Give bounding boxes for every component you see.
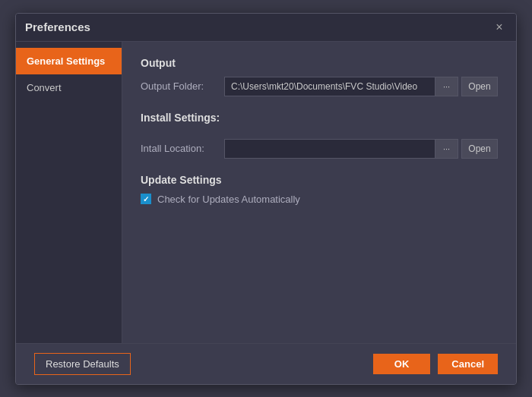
install-location-browse-button[interactable]: ··· [435, 139, 458, 159]
cancel-button[interactable]: Cancel [438, 354, 498, 374]
install-location-row: Intall Location: ··· Open [141, 139, 498, 159]
footer-actions: OK Cancel [373, 354, 498, 374]
update-section: Update Settings Check for Updates Automa… [141, 174, 498, 205]
update-section-title: Update Settings [141, 174, 498, 186]
check-updates-label: Check for Updates Automatically [157, 194, 300, 205]
sidebar: General Settings Convert [16, 42, 122, 343]
restore-defaults-button[interactable]: Restore Defaults [34, 353, 131, 375]
check-updates-checkbox[interactable] [141, 194, 151, 204]
ok-button[interactable]: OK [373, 354, 431, 374]
output-folder-open-button[interactable]: Open [461, 77, 498, 96]
content-area: Output Output Folder: ··· Open Install S… [122, 42, 516, 343]
title-bar: Preferences × [16, 14, 516, 42]
output-folder-browse-button[interactable]: ··· [435, 77, 458, 96]
check-updates-row: Check for Updates Automatically [141, 194, 498, 205]
install-location-input[interactable] [224, 139, 435, 159]
footer: Restore Defaults OK Cancel [16, 343, 516, 384]
sidebar-item-convert[interactable]: Convert [16, 74, 122, 101]
dialog-body: General Settings Convert Output Output F… [16, 42, 516, 343]
preferences-dialog: Preferences × General Settings Convert O… [15, 13, 517, 385]
install-location-label: Intall Location: [141, 143, 224, 154]
content-spacer [141, 213, 498, 328]
output-section-title: Output [141, 57, 498, 69]
output-folder-input[interactable] [224, 77, 435, 96]
close-button[interactable]: × [492, 20, 507, 35]
sidebar-item-general-settings[interactable]: General Settings [16, 48, 122, 74]
output-folder-row: Output Folder: ··· Open [141, 77, 498, 96]
output-folder-label: Output Folder: [141, 80, 224, 92]
install-section-title: Install Settings: [141, 112, 498, 124]
install-section: Install Settings: [141, 112, 498, 131]
install-location-open-button[interactable]: Open [461, 139, 498, 159]
dialog-title: Preferences [25, 20, 90, 33]
